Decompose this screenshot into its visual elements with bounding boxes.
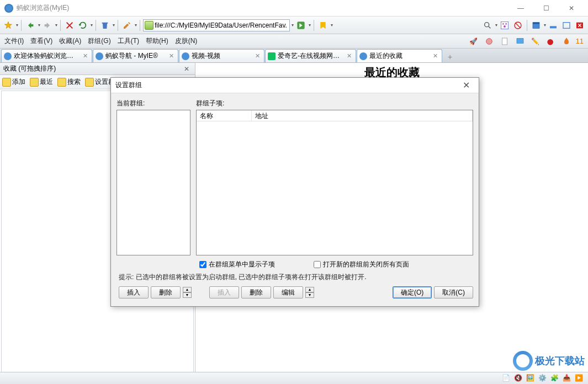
menu-file[interactable]: 文件(I): [4, 36, 24, 46]
browser-tab[interactable]: 蚂蚁导航 - MyIE®✕: [93, 49, 178, 62]
block-icon[interactable]: [512, 19, 524, 31]
doc-icon[interactable]: [499, 35, 511, 47]
dropdown-icon[interactable]: ▾: [55, 23, 57, 28]
tab-label: 爱奇艺-在线视频网站-海: [278, 51, 343, 61]
column-name[interactable]: 名称: [197, 110, 252, 121]
ok-button[interactable]: 确定(O): [393, 286, 432, 298]
flame-icon[interactable]: [560, 35, 573, 47]
menu-group[interactable]: 群组(G): [88, 36, 110, 46]
svg-rect-14: [517, 38, 523, 43]
cancel-button[interactable]: 取消(C): [434, 286, 473, 298]
item-order-spinner[interactable]: ▲▼: [305, 287, 314, 298]
edit-icon[interactable]: [121, 19, 133, 31]
forward-button[interactable]: [41, 19, 54, 31]
svg-rect-8: [533, 22, 539, 24]
insert-item-button[interactable]: 插入: [209, 286, 239, 298]
dropdown-icon[interactable]: ▾: [91, 23, 93, 28]
sidebar-close-icon[interactable]: ✕: [182, 65, 192, 73]
go-button[interactable]: [295, 19, 307, 31]
stop-button[interactable]: [63, 19, 76, 31]
subitem-label: 群组子项:: [196, 99, 473, 109]
close-button[interactable]: ✕: [559, 1, 584, 16]
address-bar[interactable]: [143, 19, 290, 31]
restore-icon[interactable]: [560, 19, 573, 31]
tab-close-icon[interactable]: ✕: [431, 52, 439, 60]
tab-bar: 欢迎体验蚂蚁浏览器(My✕ 蚂蚁导航 - MyIE®✕ 视频-视频✕ 爱奇艺-在…: [0, 49, 588, 63]
tab-label: 蚂蚁导航 - MyIE®: [105, 51, 165, 61]
dropdown-icon[interactable]: ▾: [292, 23, 294, 28]
svg-point-3: [502, 23, 504, 25]
browser-tab[interactable]: 最近的收藏✕: [357, 49, 442, 62]
sidebar-title: 收藏 (可拖拽排序): [3, 64, 182, 73]
svg-point-1: [485, 22, 489, 26]
monitor-icon[interactable]: [514, 35, 526, 47]
delete-item-button[interactable]: 删除: [241, 286, 271, 298]
menu-tools[interactable]: 工具(T): [118, 36, 139, 46]
sidebar-search-button[interactable]: 搜索: [57, 77, 81, 87]
dropdown-icon[interactable]: ▾: [331, 23, 333, 28]
back-button[interactable]: [24, 19, 36, 31]
sidebar-recent-button[interactable]: 最近: [30, 77, 53, 87]
maximize-button[interactable]: ☐: [534, 1, 558, 16]
close-pages-checkbox[interactable]: 打开新的群组前关闭所有页面: [314, 260, 409, 269]
menu-help[interactable]: 帮助(H): [146, 36, 168, 46]
tab-close-icon[interactable]: ✕: [167, 52, 176, 60]
dialog-close-button[interactable]: ✕: [458, 80, 474, 90]
status-icon: 📥: [563, 374, 571, 383]
svg-rect-10: [563, 22, 570, 28]
sidebar-add-button[interactable]: 添加: [2, 77, 25, 87]
window-icon[interactable]: [530, 19, 542, 31]
bookmark-icon[interactable]: [317, 19, 329, 31]
tab-close-icon[interactable]: ✕: [345, 52, 353, 60]
edit-item-button[interactable]: 编辑: [273, 286, 303, 298]
status-icon: 🧩: [550, 374, 559, 383]
tab-close-icon[interactable]: ✕: [253, 52, 262, 60]
show-subitems-checkbox[interactable]: 在群组菜单中显示子项: [199, 260, 275, 269]
weibo-icon[interactable]: [545, 35, 557, 47]
insert-group-button[interactable]: 插入: [119, 286, 149, 298]
menu-favorites[interactable]: 收藏(A): [59, 36, 81, 46]
dropdown-icon[interactable]: ▾: [135, 23, 137, 28]
minimize-button[interactable]: —: [508, 1, 533, 16]
dropdown-icon[interactable]: ▾: [16, 23, 18, 28]
group-listbox[interactable]: [116, 110, 190, 255]
rocket-icon[interactable]: 🚀: [468, 35, 480, 47]
subitem-listbox[interactable]: 名称 地址: [196, 110, 473, 255]
menu-skin[interactable]: 皮肤(N): [175, 36, 198, 46]
window-title: 蚂蚁浏览器(MyIE): [17, 3, 508, 13]
menu-bar: 文件(I) 查看(V) 收藏(A) 群组(G) 工具(T) 帮助(H) 皮肤(N…: [0, 34, 588, 49]
globe-icon: [182, 52, 189, 60]
svg-rect-9: [550, 26, 557, 28]
new-tab-button[interactable]: +: [444, 51, 455, 62]
dialog-hint: 提示: 已选中的群组将被设置为启动群组, 已选中的群组子项将在打开该群组时被打开…: [116, 271, 473, 286]
dropdown-icon[interactable]: ▾: [113, 23, 115, 28]
dropdown-icon[interactable]: ▾: [309, 23, 311, 28]
delete-group-button[interactable]: 删除: [151, 286, 181, 298]
browser-tab[interactable]: 欢迎体验蚂蚁浏览器(My✕: [1, 49, 92, 62]
favorites-star-icon[interactable]: [2, 19, 14, 31]
wand-icon[interactable]: ✏️: [529, 35, 542, 47]
status-icon: ▶️: [575, 374, 584, 383]
dialog-title: 设置群组: [115, 81, 458, 90]
close-all-icon[interactable]: [574, 19, 586, 31]
tab-close-icon[interactable]: ✕: [81, 52, 89, 60]
tab-label: 欢迎体验蚂蚁浏览器(My: [14, 51, 79, 61]
dropdown-icon[interactable]: ▾: [544, 23, 546, 28]
browser-tab[interactable]: 爱奇艺-在线视频网站-海✕: [265, 49, 356, 62]
search-icon[interactable]: [481, 19, 494, 31]
block2-icon[interactable]: [483, 35, 495, 47]
dropdown-icon[interactable]: ▾: [495, 23, 497, 28]
main-toolbar: ▾ ▾ ▾ ▾ ▾ ▾ ▾ ▾ ▾ ▾ ▾: [0, 17, 588, 34]
refresh-button[interactable]: [77, 19, 89, 31]
dropdown-icon[interactable]: ▾: [38, 23, 40, 28]
svg-point-12: [486, 38, 492, 44]
svg-point-15: [547, 39, 553, 45]
app-icon: [4, 4, 13, 13]
browser-tab[interactable]: 视频-视频✕: [179, 49, 264, 62]
pawprint-icon[interactable]: [499, 19, 511, 31]
trash-icon[interactable]: [99, 19, 111, 31]
menu-view[interactable]: 查看(V): [30, 36, 52, 46]
group-order-spinner[interactable]: ▲▼: [183, 287, 192, 298]
column-address[interactable]: 地址: [252, 110, 473, 121]
minimize-all-icon[interactable]: [547, 19, 559, 31]
